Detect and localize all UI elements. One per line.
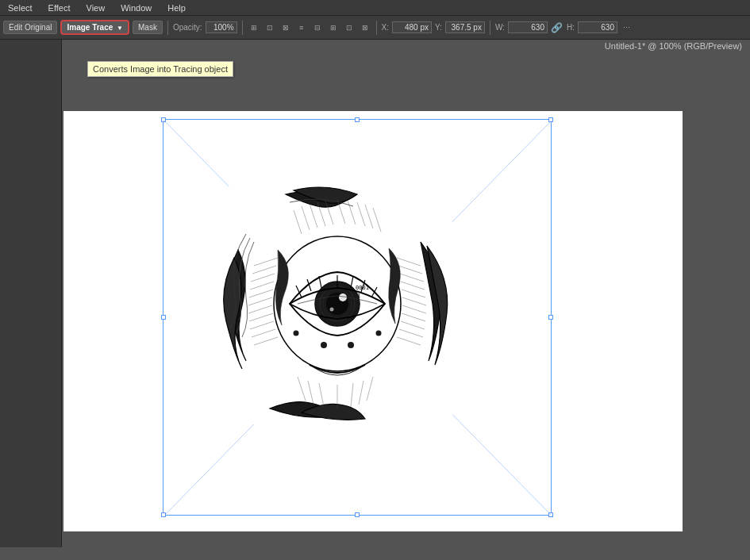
illustration-svg: 0001 1 (222, 186, 452, 424)
divider-3 (376, 21, 377, 35)
h-input[interactable] (578, 21, 617, 33)
mask-button[interactable]: Mask (133, 21, 163, 34)
image-trace-tooltip: Converts Image into Tracing object (87, 61, 233, 77)
y-input[interactable] (445, 21, 485, 33)
menu-help[interactable]: Help (164, 2, 189, 13)
left-toolbar (0, 40, 62, 547)
link-icon[interactable]: 🔗 (551, 21, 563, 34)
x-input[interactable] (392, 21, 432, 33)
x-label: X: (382, 23, 389, 32)
svg-point-62 (376, 331, 382, 336)
menu-window[interactable]: Window (117, 2, 155, 13)
menu-view[interactable]: View (83, 2, 109, 13)
align-icon-4[interactable]: ≡ (295, 21, 308, 34)
handle-bottom-center[interactable] (355, 512, 360, 517)
divider-2 (242, 21, 243, 35)
svg-point-7 (330, 308, 334, 312)
divider-1 (167, 21, 168, 35)
divider-4 (490, 21, 490, 35)
svg-text:1: 1 (357, 293, 360, 299)
illustration-image: 0001 1 (222, 186, 452, 424)
menu-select[interactable]: Select (5, 2, 36, 13)
svg-point-6 (339, 293, 347, 301)
handle-bottom-right[interactable] (548, 512, 553, 517)
opacity-input[interactable] (206, 21, 237, 33)
align-icon-3[interactable]: ⊠ (279, 21, 292, 34)
w-label: W: (495, 23, 505, 32)
menu-effect[interactable]: Effect (45, 2, 74, 13)
handle-top-left[interactable] (161, 117, 166, 122)
image-trace-button[interactable]: Image Trace ▼ (60, 20, 129, 35)
handle-middle-right[interactable] (548, 315, 553, 320)
opacity-label: Opacity: (173, 23, 202, 32)
svg-point-18 (321, 342, 327, 348)
edit-original-button[interactable]: Edit Original (3, 21, 57, 34)
handle-middle-left[interactable] (161, 315, 166, 320)
svg-text:0001: 0001 (356, 285, 369, 291)
document-title: Untitled-1* @ 100% (RGB/Preview) (605, 40, 742, 52)
align-icon-7[interactable]: ⊡ (343, 21, 356, 34)
align-icon-8[interactable]: ⊠ (359, 21, 371, 34)
more-options-icon[interactable]: ⋯ (621, 21, 633, 34)
w-input[interactable] (508, 21, 548, 33)
h-label: H: (567, 23, 575, 32)
align-icon-2[interactable]: ⊡ (263, 21, 276, 34)
handle-top-right[interactable] (548, 117, 553, 122)
menu-bar: Select Effect View Window Help (0, 0, 750, 16)
handle-top-center[interactable] (355, 117, 360, 122)
align-icon-5[interactable]: ⊟ (311, 21, 324, 34)
handle-bottom-left[interactable] (161, 512, 166, 517)
align-icon-1[interactable]: ⊞ (248, 21, 260, 34)
svg-point-19 (348, 342, 354, 348)
y-label: Y: (435, 23, 442, 32)
control-bar: Edit Original Image Trace ▼ Mask Opacity… (0, 16, 750, 40)
align-icon-6[interactable]: ⊞ (327, 21, 340, 34)
canvas-area: Untitled-1* @ 100% (RGB/Preview) (0, 40, 750, 547)
svg-point-61 (294, 331, 299, 336)
artboard: 0001 1 (63, 111, 683, 531)
